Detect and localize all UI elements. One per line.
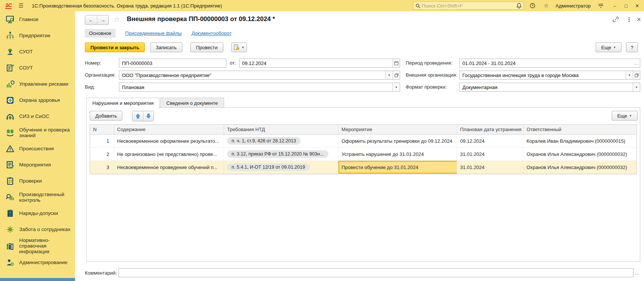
magnifier-chart-icon (5, 193, 15, 202)
format-field[interactable]: ▼ (459, 83, 640, 92)
number-input[interactable] (119, 59, 226, 67)
period-input[interactable] (460, 59, 633, 67)
sidebar-item-label: Производственный контроль (19, 192, 73, 203)
sidebar-item-nsi[interactable]: Нормативно-справочная информация (0, 237, 75, 254)
col-responsible[interactable]: Ответственный (524, 125, 636, 134)
sidebar-item-suot[interactable]: СУОТ (0, 44, 75, 60)
move-down-icon[interactable] (143, 111, 153, 121)
dropdown-caret-icon[interactable]: ▼ (385, 71, 393, 79)
training-book-icon (5, 128, 15, 137)
close-window-button[interactable]: ✕ (633, 2, 642, 10)
sidebar-item-upravlenie-riskami[interactable]: Управление рисками (0, 76, 75, 92)
ntd-tag[interactable]: п. 3.12, приказ РФ от 15.12.2020 № 903н.… (227, 150, 328, 158)
back-button[interactable]: ← (85, 15, 97, 24)
period-choose-icon[interactable]: ... (633, 59, 640, 67)
maximize-button[interactable]: □ (621, 2, 630, 10)
sidebar-item-sout[interactable]: СОУТ (0, 60, 75, 76)
sidebar-item-siz-sios[interactable]: СИЗ и СиОС (0, 108, 75, 124)
col-action[interactable]: Мероприятие (339, 125, 457, 134)
dropdown-caret-icon[interactable]: ▼ (626, 71, 633, 79)
table-more-button[interactable]: Еще▼ (612, 111, 638, 121)
period-field[interactable]: ... (459, 59, 640, 68)
kind-input[interactable] (119, 83, 393, 91)
violations-table: N Содержание Требования НТД Мероприятие … (90, 124, 637, 174)
current-user[interactable]: Администратор (555, 3, 591, 9)
sidebar-item-naryady-dopuski[interactable]: Наряды-допуски (0, 205, 75, 221)
forward-button[interactable]: → (97, 15, 108, 24)
col-n[interactable]: N (90, 125, 114, 134)
sidebar-scrollbar[interactable] (0, 278, 75, 281)
sidebar-item-predpriyatie[interactable]: Предприятие (0, 27, 75, 44)
form-title: Внешняя проверка ПП-00000003 от 09.12.20… (127, 15, 275, 23)
post-and-close-button[interactable]: Провести и закрыть (85, 42, 145, 52)
col-date[interactable]: Плановая дата устранения (457, 125, 524, 134)
admin-user-gear-icon (5, 258, 15, 267)
date-field[interactable] (239, 59, 400, 68)
close-form-icon[interactable]: ✕ (636, 16, 641, 23)
organization-input[interactable] (119, 71, 385, 79)
field-row-organization: Организация: ▼ Внешняя организация: ▼ (75, 71, 644, 80)
comment-input[interactable] (119, 269, 633, 277)
form-more-button[interactable]: Еще▼ (596, 42, 621, 52)
comment-field[interactable] (119, 268, 633, 277)
table-row[interactable]: 1 Несвоевременное оформление результато.… (90, 134, 636, 148)
number-field[interactable] (119, 59, 226, 68)
favorite-star-icon[interactable]: ☆ (114, 15, 120, 24)
tab-violations[interactable]: Нарушения и мероприятия (86, 98, 159, 109)
favorites-star-icon[interactable]: ☆ (542, 2, 550, 10)
titlebar-right: ☆ Администратор – □ ✕ (515, 0, 644, 11)
tasks-check-icon (5, 160, 15, 169)
calendar-icon[interactable] (393, 59, 400, 67)
sidebar-item-proizvodstvenny-kontrol[interactable]: Производственный контроль (0, 189, 75, 205)
sidebar-item-proisshestviya[interactable]: Происшествия (0, 140, 75, 157)
sidebar-item-ohrana-zdorovya[interactable]: Охрана здоровья (0, 92, 75, 108)
organization-field[interactable]: ▼ (119, 71, 400, 80)
add-row-button[interactable]: Добавить (90, 111, 122, 121)
search-input[interactable] (422, 3, 524, 9)
notifications-bell-icon[interactable] (515, 2, 523, 10)
col-ntd[interactable]: Требования НТД (224, 125, 339, 134)
external-org-field[interactable]: ▼ (459, 71, 640, 80)
nav-docflow-link[interactable]: Документооборот (191, 30, 232, 36)
global-search[interactable] (413, 2, 524, 10)
minimize-button[interactable]: – (610, 2, 619, 10)
open-item-icon[interactable] (393, 71, 400, 79)
sidebar-item-label: Главное (19, 17, 39, 22)
app-window: 1С ☰ 1С:Производственная безопасность. О… (0, 0, 644, 281)
sidebar-item-glavnoe[interactable]: Главное (0, 11, 75, 27)
warning-triangle-icon (5, 144, 15, 153)
history-icon[interactable] (528, 2, 537, 10)
move-up-icon[interactable] (132, 111, 143, 121)
col-content[interactable]: Содержание (114, 125, 224, 134)
format-input[interactable] (460, 83, 633, 91)
comment-choose-icon[interactable]: ... (635, 270, 640, 276)
sidebar-item-zabota-o-sotrudnikah[interactable]: Забота о сотрудниках (0, 221, 75, 237)
ntd-tag[interactable]: п. 5.4.1, И-ОТ 12/19 от 09.01.2019 (227, 163, 310, 171)
create-based-on-button[interactable]: ▼ (231, 42, 247, 52)
service-menu-icon[interactable] (597, 2, 605, 10)
nav-attached-files-link[interactable]: Присоединенные файлы (125, 30, 182, 36)
post-button[interactable]: Провести (190, 42, 223, 52)
dropdown-caret-icon[interactable]: ▼ (633, 83, 640, 91)
open-item-icon[interactable] (633, 71, 640, 79)
sidebar-item-proverki[interactable]: Проверки (0, 173, 75, 189)
more-kebab-icon[interactable]: ⋮ (626, 16, 632, 23)
table-row-selected[interactable]: 3 Несвоевременное проведение обучений п.… (90, 161, 636, 174)
write-button[interactable]: Записать (150, 42, 182, 52)
dropdown-caret-icon[interactable]: ▼ (393, 83, 400, 91)
org-structure-icon (5, 31, 15, 40)
help-button[interactable]: ? (626, 42, 638, 52)
external-org-input[interactable] (460, 71, 626, 79)
ntd-tag[interactable]: п. ч. 1, ст.9, 426 от 28.12.2013 (227, 137, 301, 145)
history-nav: ← → (85, 15, 109, 25)
sidebar-item-meropriyatiya[interactable]: Мероприятия (0, 157, 75, 173)
nav-main-tab[interactable]: Основное (85, 29, 116, 38)
current-cell[interactable]: Провести обучение до 31.01.2024 (339, 161, 457, 174)
table-row[interactable]: 2 Не организовано (не представлено) пров… (90, 148, 636, 161)
sidebar-item-administrirovanie[interactable]: Администрирование (0, 254, 75, 270)
date-input[interactable] (239, 59, 393, 67)
kind-field[interactable]: ▼ (119, 83, 400, 92)
get-link-icon[interactable] (612, 16, 619, 23)
sidebar-item-obuchenie[interactable]: Обучение и проверка знаний (0, 124, 75, 140)
main-menu-icon[interactable]: ☰ (18, 2, 23, 9)
